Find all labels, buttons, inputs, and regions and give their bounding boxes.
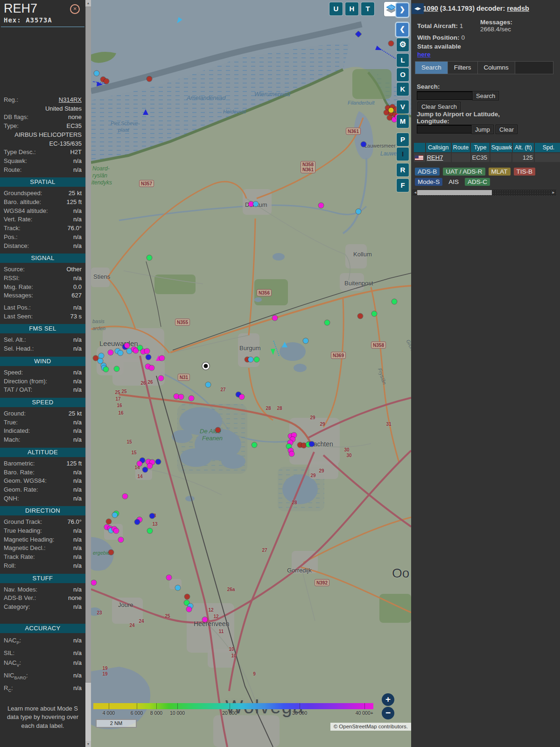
aircraft-marker[interactable] bbox=[392, 299, 397, 304]
aircraft-marker[interactable] bbox=[143, 467, 148, 472]
map-button-M[interactable]: M bbox=[397, 115, 409, 128]
column-header-Route[interactable]: Route bbox=[452, 143, 470, 152]
tab-filters[interactable]: Filters bbox=[448, 62, 478, 74]
scroll-up-icon[interactable]: ▲ bbox=[85, 0, 91, 6]
aircraft-marker[interactable] bbox=[97, 82, 103, 87]
jump-input[interactable] bbox=[417, 125, 473, 134]
aircraft-marker[interactable] bbox=[206, 382, 211, 388]
clear-search-button[interactable]: Clear Search bbox=[418, 102, 461, 111]
search-button[interactable]: Search bbox=[472, 91, 499, 100]
aircraft-marker[interactable] bbox=[109, 550, 114, 555]
map[interactable]: AmelanderwadWierumerwadHeideveldFilander… bbox=[91, 0, 411, 747]
aircraft-marker[interactable] bbox=[289, 451, 294, 457]
scroll-down-icon[interactable]: ▼ bbox=[85, 741, 91, 747]
aircraft-marker[interactable] bbox=[189, 396, 194, 401]
jump-button[interactable]: Jump bbox=[471, 125, 494, 134]
map-button-P[interactable]: P bbox=[397, 133, 409, 146]
column-header-Alt. (ft)[interactable]: Alt. (ft) bbox=[513, 143, 534, 152]
column-header-Type[interactable]: Type bbox=[471, 143, 489, 152]
map-button-F[interactable]: F bbox=[397, 179, 409, 192]
sidebar-scrollbar[interactable]: ▲ ▼ bbox=[85, 0, 91, 747]
table-row[interactable]: REH7EC35125 bbox=[414, 153, 560, 162]
aircraft-marker[interactable] bbox=[147, 255, 152, 261]
aircraft-marker[interactable] bbox=[114, 366, 119, 372]
aircraft-marker[interactable] bbox=[99, 353, 104, 359]
aircraft-marker[interactable] bbox=[156, 459, 161, 465]
aircraft-marker[interactable] bbox=[375, 46, 383, 52]
aircraft-marker[interactable] bbox=[203, 617, 208, 622]
aircraft-marker[interactable] bbox=[325, 320, 330, 325]
aircraft-marker[interactable] bbox=[179, 395, 184, 400]
column-header-flag[interactable] bbox=[414, 143, 425, 152]
aircraft-marker[interactable] bbox=[150, 514, 155, 519]
aircraft-marker[interactable] bbox=[239, 395, 245, 400]
aircraft-marker[interactable] bbox=[159, 376, 164, 381]
aircraft-marker[interactable] bbox=[146, 355, 151, 360]
aircraft-marker[interactable] bbox=[135, 520, 140, 525]
aircraft-marker[interactable] bbox=[175, 17, 182, 25]
aircraft-marker[interactable] bbox=[282, 342, 287, 347]
map-button-T[interactable]: T bbox=[361, 2, 374, 15]
scroll-left-icon[interactable]: ◄ bbox=[413, 190, 417, 195]
panel-width-toggle[interactable]: ◀▶ bbox=[412, 3, 424, 14]
aircraft-marker[interactable] bbox=[187, 607, 192, 612]
map-button-I[interactable]: I bbox=[397, 148, 409, 161]
aircraft-marker[interactable] bbox=[149, 366, 154, 371]
selected-aircraft-marker[interactable] bbox=[203, 363, 210, 370]
aircraft-marker[interactable] bbox=[145, 349, 150, 354]
aircraft-marker[interactable] bbox=[273, 316, 278, 321]
aircraft-marker[interactable] bbox=[98, 359, 103, 364]
tab-search[interactable]: Search bbox=[415, 62, 448, 74]
aircraft-marker[interactable] bbox=[389, 41, 394, 46]
readsb-link[interactable]: readsb bbox=[507, 5, 529, 12]
expand-icon[interactable]: ❯ bbox=[395, 2, 409, 18]
aircraft-marker[interactable] bbox=[104, 79, 109, 84]
column-header-Callsign[interactable]: Callsign bbox=[426, 143, 451, 152]
aircraft-marker[interactable] bbox=[309, 442, 315, 447]
aircraft-marker[interactable] bbox=[356, 31, 362, 37]
aircraft-marker[interactable] bbox=[91, 580, 97, 585]
aircraft-marker[interactable] bbox=[358, 314, 363, 319]
zoom-in-button[interactable]: + bbox=[382, 693, 394, 706]
collapse-icon[interactable]: ❮ bbox=[395, 22, 409, 37]
aircraft-marker[interactable] bbox=[119, 537, 124, 543]
aircraft-marker[interactable] bbox=[167, 575, 172, 580]
gear-icon[interactable]: ⚙ bbox=[397, 38, 409, 51]
map-button-V[interactable]: V bbox=[397, 100, 409, 113]
scroll-right-icon[interactable]: ► bbox=[552, 190, 555, 195]
map-button-H[interactable]: H bbox=[345, 2, 358, 15]
map-button-L[interactable]: L bbox=[397, 54, 409, 67]
column-header-Spd.[interactable]: Spd. bbox=[535, 143, 560, 152]
aircraft-marker[interactable] bbox=[175, 585, 181, 591]
aircraft-marker[interactable] bbox=[248, 357, 253, 362]
column-header-Squawk[interactable]: Squawk bbox=[490, 143, 512, 152]
aircraft-marker[interactable] bbox=[356, 209, 361, 214]
aircraft-marker[interactable] bbox=[216, 428, 221, 433]
aircraft-marker[interactable] bbox=[147, 77, 152, 82]
map-button-O[interactable]: O bbox=[397, 68, 409, 81]
aircraft-marker[interactable] bbox=[147, 464, 153, 469]
cell-callsign[interactable]: REH7 bbox=[426, 153, 451, 162]
aircraft-marker[interactable] bbox=[104, 367, 109, 372]
aircraft-marker[interactable] bbox=[372, 311, 377, 317]
map-button-R[interactable]: R bbox=[397, 163, 409, 176]
close-icon[interactable]: × bbox=[70, 4, 80, 14]
aircraft-marker[interactable] bbox=[108, 350, 113, 355]
jump-clear-button[interactable]: Clear bbox=[496, 125, 518, 134]
aircraft-marker[interactable] bbox=[137, 461, 142, 466]
aircraft-marker[interactable] bbox=[252, 443, 257, 448]
map-button-K[interactable]: K bbox=[397, 83, 409, 96]
hscrollbar-thumb[interactable] bbox=[417, 190, 492, 195]
search-input[interactable] bbox=[417, 91, 473, 100]
table-horizontal-scrollbar[interactable]: ◄ ► bbox=[413, 190, 556, 196]
aircraft-marker[interactable] bbox=[185, 594, 190, 599]
aircraft-marker[interactable] bbox=[253, 202, 259, 207]
aircraft-marker[interactable] bbox=[389, 108, 394, 113]
aircraft-marker[interactable] bbox=[143, 109, 148, 115]
aircraft-marker[interactable] bbox=[112, 513, 118, 518]
aircraft-marker[interactable] bbox=[106, 519, 112, 524]
tab-columns[interactable]: Columns bbox=[478, 62, 515, 74]
aircraft-marker[interactable] bbox=[303, 338, 308, 344]
aircraft-marker[interactable] bbox=[254, 357, 259, 362]
attribution[interactable]: © OpenStreetMap contributors. bbox=[330, 723, 411, 731]
